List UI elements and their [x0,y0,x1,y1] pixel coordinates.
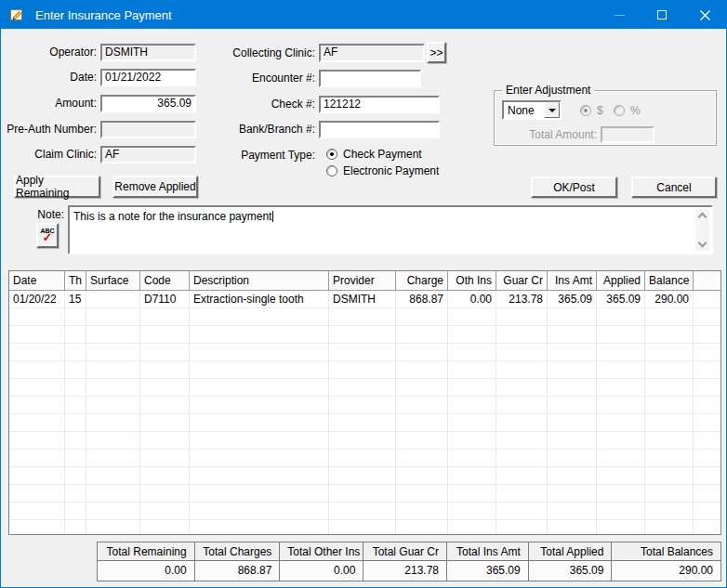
minimize-icon [615,15,625,16]
close-icon [700,10,710,20]
grid-empty-row [9,520,720,535]
dropdown-arrow-button[interactable] [544,102,560,118]
total-applied-value: 365.09 [529,561,612,580]
cell-ins-amt: 365.09 [548,291,597,307]
enter-adjustment-title: Enter Adjustment [502,84,594,97]
radio-check-payment-label: Check Payment [343,148,422,161]
preauth-field [100,121,196,138]
check-number-label: Check #: [201,96,315,113]
check-number-field[interactable]: 121212 [319,96,440,113]
col-header-th: Th [65,271,86,290]
col-header-balance: Balance [645,271,694,290]
total-ins-amt-value: 365.09 [447,561,528,580]
radio-percent-label: % [630,105,641,116]
note-scrollbar[interactable] [695,209,709,251]
radio-electronic-payment[interactable] [326,165,337,176]
enter-insurance-payment-dialog: Enter Insurance Payment Operator: DSMITH… [0,0,727,588]
cell-balance: 290.00 [645,291,694,307]
col-header-ins-amt: Ins Amt [548,271,597,290]
dialog-body: Operator: DSMITH Date: 01/21/2022 Amount… [1,29,726,587]
title-bar: Enter Insurance Payment [1,1,726,29]
col-header-provider: Provider [329,271,396,290]
amount-label: Amount: [1,95,97,112]
grid-empty-row [9,379,720,397]
grid-empty-row [9,414,720,432]
cell-spacer [694,291,720,307]
payment-type-check-option[interactable]: Check Payment [326,148,422,161]
window-title: Enter Insurance Payment [35,8,172,22]
apply-remaining-button[interactable]: Apply Remaining [14,176,100,198]
total-amount-label: Total Amount: [513,126,597,144]
col-header-charge: Charge [396,271,448,290]
total-other-ins-column: Total Other Ins 0.00 [280,542,364,581]
cell-surface [86,291,140,307]
payment-type-electronic-option[interactable]: Electronic Payment [326,164,439,177]
total-other-ins-label: Total Other Ins [280,542,363,561]
encounter-label: Encounter #: [201,70,315,87]
bank-branch-field[interactable] [319,121,440,138]
cell-date: 01/20/22 [9,291,65,307]
maximize-button[interactable] [641,1,683,29]
total-guar-cr-label: Total Guar Cr [364,542,446,561]
adjustment-percent-option: % [614,104,641,117]
total-remaining-value: 0.00 [98,561,194,580]
encounter-field[interactable] [319,70,421,87]
total-applied-column: Total Applied 365.09 [529,542,613,581]
cell-code: D7110 [140,291,190,307]
remove-applied-button[interactable]: Remove Applied [112,176,198,198]
radio-percent [614,105,625,116]
claim-clinic-label: Claim Clinic: [1,146,97,163]
grid-empty-row [9,397,720,414]
collecting-clinic-field: AF [319,44,425,62]
cancel-button[interactable]: Cancel [631,176,717,198]
note-text: This is a note for the insurance payment [73,210,271,223]
chevron-down-icon [549,109,556,112]
procedures-grid: Date Th Surface Code Description Provide… [8,270,721,535]
text-caret [272,211,273,222]
adjustment-dollar-option: $ [580,104,603,117]
date-label: Date: [1,69,97,86]
scroll-down-icon[interactable] [698,239,707,248]
adjustment-type-value: None [508,104,535,117]
total-amount-field [601,126,654,143]
grid-empty-row [9,308,720,326]
spell-check-button[interactable]: ABC ✓ [36,223,59,248]
bank-branch-label: Bank/Branch #: [201,121,315,138]
adjustment-type-dropdown[interactable]: None [502,100,562,120]
close-button[interactable] [683,1,726,29]
operator-field: DSMITH [100,44,196,61]
grid-empty-row [9,467,720,485]
col-header-date: Date [9,271,65,290]
cell-provider: DSMITH [329,291,396,307]
total-balances-column: Total Balances 290.00 [612,542,720,581]
collecting-clinic-picker-button[interactable]: >> [427,42,446,63]
grid-empty-row [9,450,720,467]
enter-adjustment-group: Enter Adjustment None $ % Total Amount: [494,90,717,146]
col-header-code: Code [140,271,190,290]
radio-check-payment[interactable] [326,149,337,160]
total-guar-cr-column: Total Guar Cr 213.78 [364,542,447,581]
totals-bar: Total Remaining 0.00 Total Charges 868.8… [97,542,721,581]
table-row[interactable]: 01/20/22 15 D7110 Extraction-single toot… [9,291,720,308]
total-charges-value: 868.87 [195,561,280,580]
col-header-spacer [694,271,720,290]
total-balances-label: Total Balances [612,542,720,561]
cell-th: 15 [65,291,86,307]
date-field[interactable]: 01/21/2022 [100,69,196,86]
total-charges-column: Total Charges 868.87 [195,542,281,581]
app-icon [9,7,24,22]
ok-post-button[interactable]: OK/Post [531,176,617,198]
note-label: Note: [20,206,64,224]
grid-empty-row [9,432,720,450]
operator-label: Operator: [1,44,97,61]
note-textarea[interactable]: This is a note for the insurance payment [68,205,713,255]
total-guar-cr-value: 213.78 [364,561,446,580]
total-remaining-label: Total Remaining [98,542,194,561]
radio-electronic-payment-label: Electronic Payment [343,164,439,177]
grid-header-row: Date Th Surface Code Description Provide… [9,271,720,291]
col-header-description: Description [190,271,329,290]
amount-field[interactable]: 365.09 [100,95,196,112]
col-header-applied: Applied [597,271,645,290]
cell-applied: 365.09 [597,291,645,307]
scroll-up-icon[interactable] [698,213,707,222]
